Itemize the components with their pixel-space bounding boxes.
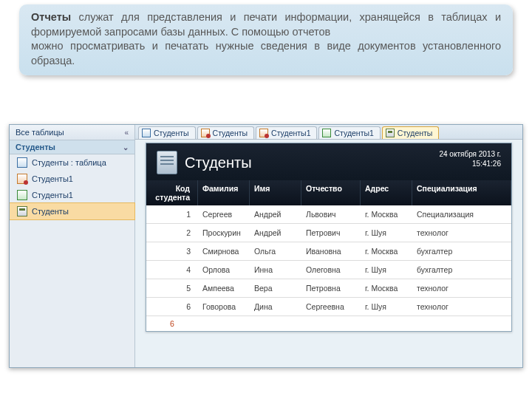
table-icon (17, 157, 27, 168)
nav-item-label: Студенты : таблица (32, 158, 106, 167)
callout-bold: Отчеты (31, 11, 71, 23)
nav-item-1[interactable]: Студенты1 (10, 171, 134, 187)
cell-fam: Проскурин (198, 224, 250, 242)
report-row: 4ОрловаИннаОлеговнаг. Шуябухгалтер (146, 261, 511, 279)
cell-patr: Олеговна (301, 261, 361, 279)
report-logo-icon (157, 151, 177, 174)
col-addr: Адрес (361, 180, 412, 205)
cell-spec: технолог (412, 279, 511, 297)
cell-fam: Смирнова (198, 242, 250, 260)
cell-patr: Петрович (301, 224, 361, 242)
cell-id: 2 (146, 224, 198, 242)
callout-text-1: служат для представления и печати информ… (31, 11, 501, 38)
col-name: Имя (250, 180, 301, 205)
nav-item-label: Студенты (32, 207, 69, 216)
report-row: 5АмпееваВераПетровнаг. Москватехнолог (146, 279, 511, 298)
report-row-count: 6 (146, 316, 511, 331)
info-callout: Отчеты служат для представления и печати… (19, 4, 513, 75)
cell-addr: г. Москва (361, 279, 412, 297)
report-row: 2ПроскуринАндрейПетровичг. Шуятехнолог (146, 224, 511, 242)
query-icon (201, 129, 210, 137)
table-icon (142, 129, 151, 137)
cell-id: 3 (146, 242, 198, 260)
col-patr: Отчество (301, 180, 361, 205)
form-icon (17, 190, 27, 200)
report-page: Студенты 24 октября 2013 г. 15:41:26 Код… (146, 143, 512, 332)
report-time: 15:41:26 (439, 159, 501, 168)
cell-fam: Говорова (198, 298, 250, 316)
cell-id: 1 (146, 205, 198, 223)
cell-fam: Орлова (198, 261, 250, 279)
doc-tab-0[interactable]: Студенты (138, 126, 196, 139)
col-id: Код студента (146, 180, 198, 205)
collapse-pane-icon[interactable]: « (124, 129, 129, 137)
doc-tab-3[interactable]: Студенты1 (318, 126, 380, 139)
nav-item-3[interactable]: Студенты (10, 203, 134, 219)
cell-addr: г. Москва (361, 242, 412, 260)
cell-id: 6 (146, 298, 198, 316)
cell-fam: Ампеева (198, 279, 250, 297)
cell-patr: Сергеевна (301, 298, 361, 316)
cell-spec: бухгалтер (412, 242, 511, 260)
tab-label: Студенты1 (271, 129, 310, 137)
col-spec: Специализация (412, 180, 511, 205)
report-timestamp: 24 октября 2013 г. 15:41:26 (439, 149, 501, 168)
nav-group-header[interactable]: Студенты ⌄ (10, 140, 134, 154)
nav-item-label: Студенты1 (32, 174, 73, 183)
doc-tab-4[interactable]: Студенты (382, 126, 440, 139)
document-area: СтудентыСтудентыСтуденты1Студенты1Студен… (135, 125, 522, 367)
doc-tab-2[interactable]: Студенты1 (256, 126, 317, 139)
cell-spec: технолог (412, 224, 511, 242)
cell-name: Андрей (250, 224, 301, 242)
collapse-group-icon[interactable]: ⌄ (123, 143, 129, 151)
access-window: Все таблицы « Студенты ⌄ Студенты : табл… (9, 124, 523, 368)
cell-addr: г. Шуя (361, 298, 412, 316)
doc-tab-1[interactable]: Студенты (197, 126, 255, 139)
cell-name: Ольга (250, 242, 301, 260)
report-icon (17, 206, 27, 216)
cell-addr: г. Москва (361, 205, 412, 223)
nav-pane-header[interactable]: Все таблицы « (10, 125, 134, 140)
tab-label: Студенты1 (334, 129, 373, 137)
cell-id: 4 (146, 261, 198, 279)
query-icon (259, 129, 268, 137)
cell-fam: Сергеев (198, 205, 250, 223)
report-icon (386, 129, 395, 137)
cell-name: Андрей (250, 205, 301, 223)
report-row: 1СергеевАндрейЛьвовичг. МоскваСпециализа… (146, 205, 511, 224)
cell-spec: технолог (412, 298, 511, 316)
cell-patr: Ивановна (301, 242, 361, 260)
cell-patr: Львович (301, 205, 361, 223)
cell-name: Вера (250, 279, 301, 297)
cell-name: Дина (250, 298, 301, 316)
cell-spec: бухгалтер (412, 261, 511, 279)
report-header: Студенты 24 октября 2013 г. 15:41:26 (146, 143, 511, 180)
report-row: 3СмирноваОльгаИвановнаг. Москвабухгалтер (146, 242, 511, 261)
nav-item-0[interactable]: Студенты : таблица (10, 154, 134, 171)
col-fam: Фамилия (198, 180, 250, 205)
tab-label: Студенты (398, 129, 433, 137)
callout-text-2: можно просматривать и печатать нужные св… (31, 40, 501, 66)
form-icon (322, 129, 331, 137)
nav-item-label: Студенты1 (32, 191, 73, 200)
cell-addr: г. Шуя (361, 224, 412, 242)
cell-spec: Специализация (412, 205, 511, 223)
nav-group-title: Студенты (16, 143, 55, 151)
tab-label: Студенты (213, 129, 248, 137)
report-row: 6ГовороваДинаСергеевнаг. Шуятехнолог (146, 298, 511, 316)
cell-addr: г. Шуя (361, 261, 412, 279)
nav-item-2[interactable]: Студенты1 (10, 187, 134, 203)
navigation-pane: Все таблицы « Студенты ⌄ Студенты : табл… (10, 125, 135, 367)
cell-patr: Петровна (301, 279, 361, 297)
document-tabs: СтудентыСтудентыСтуденты1Студенты1Студен… (135, 125, 522, 140)
report-column-headers: Код студента Фамилия Имя Отчество Адрес … (146, 180, 511, 205)
report-viewport[interactable]: Студенты 24 октября 2013 г. 15:41:26 Код… (135, 140, 522, 367)
report-title: Студенты (185, 154, 252, 171)
nav-pane-title: Все таблицы (16, 128, 64, 137)
cell-id: 5 (146, 279, 198, 297)
tab-label: Студенты (154, 129, 189, 137)
query-icon (17, 174, 27, 184)
cell-name: Инна (250, 261, 301, 279)
report-date: 24 октября 2013 г. (439, 149, 501, 159)
